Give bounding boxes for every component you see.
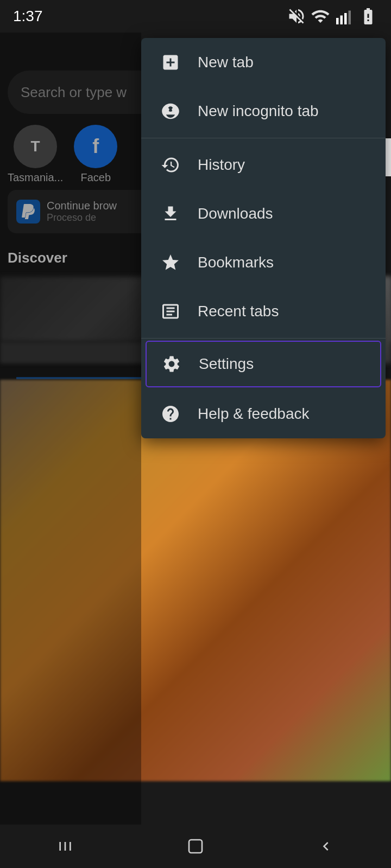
- bookmarks-label: Bookmarks: [198, 254, 274, 271]
- signal-icon: [335, 7, 354, 26]
- svg-rect-2: [344, 13, 347, 24]
- settings-icon: [160, 352, 184, 376]
- menu-item-downloads[interactable]: Downloads: [141, 189, 386, 238]
- history-icon: [159, 153, 182, 177]
- svg-rect-9: [189, 840, 202, 853]
- menu-divider-2: [141, 338, 386, 339]
- svg-rect-7: [65, 842, 66, 851]
- menu-item-new-tab[interactable]: New tab: [141, 38, 386, 87]
- menu-item-bookmarks[interactable]: Bookmarks: [141, 238, 386, 287]
- svg-point-5: [172, 108, 176, 111]
- svg-rect-1: [340, 16, 343, 25]
- new-tab-label: New tab: [198, 54, 254, 71]
- wifi-icon: [311, 7, 330, 26]
- status-icons: [287, 7, 378, 26]
- new-incognito-tab-label: New incognito tab: [198, 103, 319, 120]
- svg-rect-3: [349, 11, 351, 25]
- svg-rect-0: [336, 18, 339, 24]
- menu-item-new-incognito-tab[interactable]: New incognito tab: [141, 87, 386, 136]
- home-button[interactable]: [179, 830, 212, 863]
- status-time: 1:37: [13, 8, 43, 25]
- help-feedback-label: Help & feedback: [198, 405, 309, 423]
- menu-item-settings[interactable]: Settings: [146, 341, 381, 387]
- recent-tabs-icon: [159, 299, 182, 323]
- battery-icon: [358, 7, 378, 26]
- menu-divider-1: [141, 138, 386, 138]
- downloads-label: Downloads: [198, 205, 273, 222]
- svg-rect-8: [70, 842, 71, 851]
- status-bar: 1:37: [0, 0, 391, 33]
- menu-item-recent-tabs[interactable]: Recent tabs: [141, 287, 386, 336]
- recent-tabs-label: Recent tabs: [198, 303, 279, 320]
- dim-overlay: [0, 33, 141, 825]
- nav-bar: [0, 825, 391, 868]
- history-label: History: [198, 156, 245, 174]
- back-button[interactable]: [310, 830, 342, 863]
- mute-icon: [287, 7, 306, 26]
- bookmarks-icon: [159, 251, 182, 275]
- help-icon: [159, 402, 182, 426]
- svg-rect-6: [59, 842, 61, 851]
- settings-label: Settings: [199, 355, 254, 373]
- svg-point-4: [165, 108, 169, 111]
- new-tab-icon: [159, 50, 182, 74]
- downloads-icon: [159, 202, 182, 226]
- dropdown-menu: New tab New incognito tab History: [141, 38, 386, 438]
- recents-button[interactable]: [49, 830, 81, 863]
- incognito-icon: [159, 99, 182, 123]
- menu-item-history[interactable]: History: [141, 141, 386, 189]
- menu-item-help-feedback[interactable]: Help & feedback: [141, 390, 386, 438]
